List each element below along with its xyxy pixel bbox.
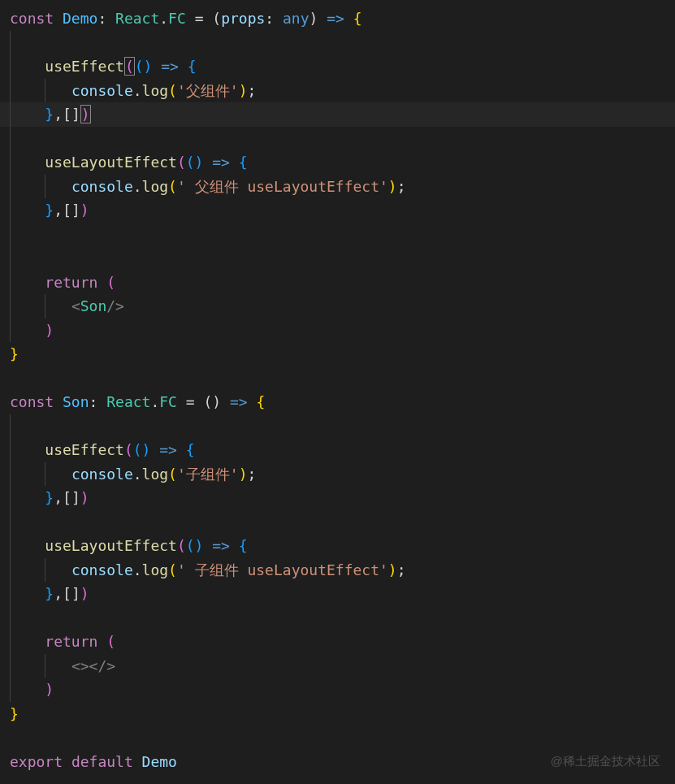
code-editor[interactable]: const Demo: React.FC = (props: any) => {… — [0, 0, 675, 780]
keyword-default: default — [71, 753, 133, 770]
code-line — [10, 366, 665, 391]
string-literal: ' 父组件 useLayoutEffect' — [177, 178, 388, 195]
code-line: },[]) — [10, 582, 665, 606]
code-line: <></> — [10, 654, 665, 678]
func-log: log — [142, 82, 169, 99]
code-line — [10, 127, 665, 151]
keyword-const: const — [10, 10, 54, 27]
code-line: useEffect(() => { — [10, 438, 665, 462]
code-line: ) — [10, 678, 665, 702]
string-literal: '父组件' — [177, 82, 239, 99]
watermark: @稀土掘金技术社区 — [551, 752, 660, 772]
code-line: useLayoutEffect(() => { — [10, 150, 665, 175]
var-demo: Demo — [63, 10, 97, 27]
func-uselayouteffect: useLayoutEffect — [45, 154, 177, 171]
code-line: console.log('子组件'); — [10, 462, 665, 487]
jsx-tag-son: Son — [80, 297, 107, 314]
func-useeffect: useEffect — [45, 58, 124, 75]
obj-console: console — [71, 82, 133, 99]
keyword-return: return — [45, 274, 97, 291]
code-line: <Son/> — [10, 294, 665, 318]
code-line — [10, 414, 665, 439]
code-line — [10, 606, 665, 630]
type-any: any — [283, 10, 309, 27]
code-line — [10, 510, 665, 535]
jsx-fragment: <> — [71, 657, 89, 674]
code-line — [10, 246, 665, 271]
code-line: const Son: React.FC = () => { — [10, 390, 665, 414]
type-react: React — [115, 10, 159, 27]
code-line: const Demo: React.FC = (props: any) => { — [10, 6, 665, 31]
string-literal: ' 子组件 useLayoutEffect' — [177, 561, 388, 578]
code-line: return ( — [10, 271, 665, 295]
bracket-highlight: ) — [80, 105, 91, 123]
code-line: return ( — [10, 630, 665, 654]
code-line: console.log('父组件'); — [10, 79, 665, 103]
type-fc: FC — [168, 10, 186, 27]
var-son: Son — [63, 393, 89, 410]
code-line — [10, 223, 665, 247]
code-line: console.log(' 父组件 useLayoutEffect'); — [10, 175, 665, 199]
keyword-const: const — [10, 393, 54, 410]
code-line: useEffect(() => { — [10, 54, 665, 79]
code-line — [10, 726, 665, 750]
code-line: },[]) — [10, 486, 665, 510]
code-line: } — [10, 702, 665, 726]
code-line: useLayoutEffect(() => { — [10, 534, 665, 558]
bracket-highlight: ( — [124, 57, 135, 76]
code-line: },[]) — [10, 198, 665, 223]
param-props: props — [221, 10, 265, 27]
var-demo-ref: Demo — [142, 753, 177, 770]
code-line — [10, 31, 665, 55]
code-line: ) — [10, 318, 665, 343]
code-line: console.log(' 子组件 useLayoutEffect'); — [10, 558, 665, 583]
code-line: } — [10, 342, 665, 366]
keyword-export: export — [10, 753, 63, 770]
string-literal: '子组件' — [177, 466, 239, 483]
code-line-active: },[]) — [0, 102, 675, 127]
